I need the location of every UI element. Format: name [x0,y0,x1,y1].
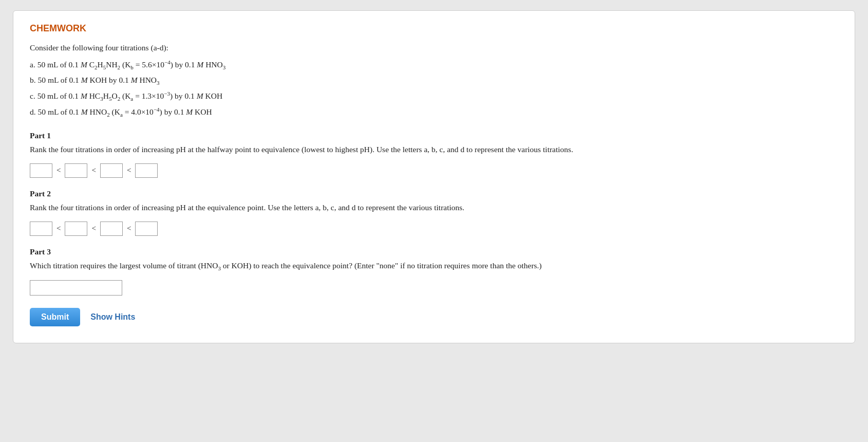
part2-section: Part 2 Rank the four titrations in order… [30,189,838,236]
part1-input-3[interactable] [100,163,123,178]
part2-title: Part 2 [30,189,838,198]
problem-line-b: b. 50 mL of 0.1 M KOH by 0.1 M HNO3 [30,73,838,88]
part2-description: Rank the four titrations in order of inc… [30,201,838,214]
part1-sep-2: < [89,166,98,175]
part2-sep-3: < [125,224,133,233]
part1-input-2[interactable] [65,163,87,178]
part1-sep-1: < [54,166,63,175]
part1-input-1[interactable] [30,163,52,178]
part1-input-4[interactable] [135,163,158,178]
brand-title: CHEMWORK [30,23,838,34]
part3-section: Part 3 Which titration requires the larg… [30,247,838,296]
part1-sep-3: < [125,166,133,175]
show-hints-link[interactable]: Show Hints [90,312,135,322]
part1-description: Rank the four titrations in order of inc… [30,143,838,156]
part2-input-1[interactable] [30,222,52,236]
part1-section: Part 1 Rank the four titrations in order… [30,131,838,178]
part1-title: Part 1 [30,131,838,140]
part3-description: Which titration requires the largest vol… [30,260,838,273]
part2-input-4[interactable] [135,222,158,236]
problem-line-a: a. 50 mL of 0.1 M C2H5NH2 (Kb = 5.6×10−4… [30,58,838,72]
part2-sep-2: < [89,224,98,233]
part3-input[interactable] [30,280,122,296]
part1-ranking-row: < < < [30,163,838,178]
bottom-bar: Submit Show Hints [30,308,838,326]
problem-line-c: c. 50 mL of 0.1 M HC3H5O2 (Ka = 1.3×10−3… [30,89,838,104]
problem-line-d: d. 50 mL of 0.1 M HNO2 (Ka = 4.0×10−4) b… [30,105,838,120]
submit-button[interactable]: Submit [30,308,80,326]
page-container: CHEMWORK Consider the following four tit… [13,10,855,343]
problem-intro: Consider the following four titrations (… [30,41,838,54]
part3-title: Part 3 [30,247,838,256]
part2-sep-1: < [54,224,63,233]
part2-ranking-row: < < < [30,222,838,236]
part2-input-2[interactable] [65,222,87,236]
part2-input-3[interactable] [100,222,123,236]
